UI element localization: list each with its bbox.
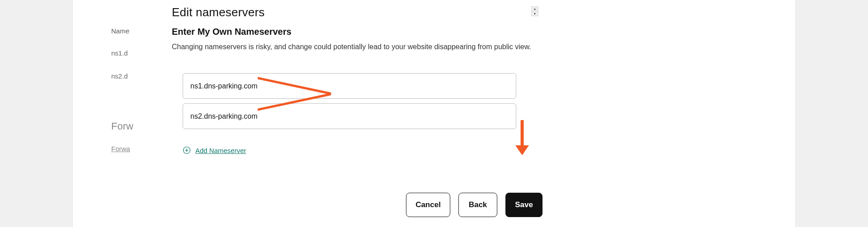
back-button[interactable]: Back bbox=[458, 193, 497, 217]
background-forwarding-title: Forw bbox=[111, 120, 133, 132]
spinner-down-icon[interactable]: ▼ bbox=[532, 12, 538, 16]
plus-circle-icon bbox=[183, 146, 191, 154]
modal-subtitle: Enter My Own Nameservers bbox=[172, 27, 542, 37]
background-ns1: ns1.d bbox=[111, 49, 133, 57]
modal-footer: Cancel Back Save bbox=[406, 193, 542, 217]
background-content: Name ns1.d ns2.d Forw Forwa bbox=[111, 27, 133, 153]
add-nameserver-button[interactable]: Add Nameserver bbox=[183, 146, 246, 154]
background-column-label: Name bbox=[111, 27, 133, 35]
spinner-up-icon[interactable]: ▲ bbox=[532, 7, 538, 12]
modal-title: Edit nameservers bbox=[172, 5, 542, 19]
background-ns2: ns2.d bbox=[111, 72, 133, 80]
modal-warning-text: Changing nameservers is risky, and chang… bbox=[172, 42, 542, 52]
cancel-button[interactable]: Cancel bbox=[406, 193, 450, 217]
nameserver-input-2[interactable] bbox=[183, 103, 516, 129]
save-button[interactable]: Save bbox=[505, 193, 542, 217]
add-nameserver-label: Add Nameserver bbox=[195, 147, 246, 154]
edit-nameservers-modal: ▲ ▼ Edit nameservers Enter My Own Namese… bbox=[133, 0, 581, 227]
nameserver-input-1[interactable] bbox=[183, 73, 516, 99]
background-forwarding-link[interactable]: Forwa bbox=[111, 145, 133, 153]
nameserver-inputs bbox=[183, 73, 516, 134]
spinner-control[interactable]: ▲ ▼ bbox=[531, 6, 538, 16]
